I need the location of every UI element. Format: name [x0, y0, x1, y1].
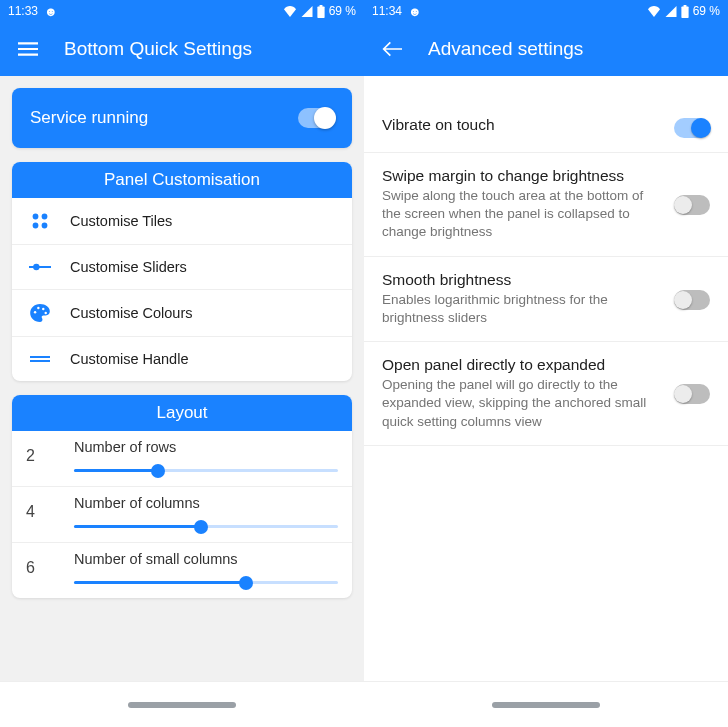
layout-section-header: Layout — [12, 395, 352, 431]
svg-point-2 — [33, 214, 39, 220]
tiles-icon — [26, 212, 54, 230]
page-title: Advanced settings — [428, 38, 583, 60]
columns-slider[interactable] — [74, 525, 338, 528]
battery-icon — [681, 5, 689, 18]
open-expanded-item[interactable]: Open panel directly to expanded Opening … — [364, 342, 728, 446]
svg-point-8 — [34, 311, 36, 313]
svg-point-3 — [42, 214, 48, 220]
status-bar: 11:33 ☻ 69 % — [0, 0, 364, 22]
columns-value: 4 — [26, 503, 56, 521]
wifi-icon — [283, 6, 297, 17]
smooth-brightness-toggle[interactable] — [674, 290, 710, 310]
open-expanded-toggle[interactable] — [674, 384, 710, 404]
list-item-label: Customise Handle — [70, 351, 188, 367]
customise-handle-item[interactable]: Customise Handle — [12, 337, 352, 381]
list-item-label: Customise Sliders — [70, 259, 187, 275]
swipe-brightness-item[interactable]: Swipe margin to change brightness Swipe … — [364, 153, 728, 257]
signal-icon — [665, 6, 677, 17]
small-columns-value: 6 — [26, 559, 56, 577]
setting-title: Open panel directly to expanded — [382, 356, 660, 374]
customise-tiles-item[interactable]: Customise Tiles — [12, 198, 352, 245]
rows-slider[interactable] — [74, 469, 338, 472]
phone-right: 11:34 ☻ 69 % Advanced settings Vibrate o… — [364, 0, 728, 727]
back-arrow-icon[interactable] — [380, 37, 404, 61]
setting-subtitle: Enables logarithmic brightness for the b… — [382, 291, 660, 327]
svg-rect-15 — [683, 5, 686, 7]
handle-icon — [26, 354, 54, 364]
rows-value: 2 — [26, 447, 56, 465]
panel-card: Panel Customisation Customise Tiles Cust… — [12, 162, 352, 381]
app-bar: Advanced settings — [364, 22, 728, 76]
home-indicator[interactable] — [492, 702, 600, 708]
svg-point-10 — [42, 308, 44, 310]
smooth-brightness-item[interactable]: Smooth brightness Enables logarithmic br… — [364, 257, 728, 342]
battery-icon — [317, 5, 325, 18]
columns-label: Number of columns — [74, 495, 338, 511]
customise-colours-item[interactable]: Customise Colours — [12, 290, 352, 337]
battery-pct: 69 % — [329, 4, 356, 18]
phone-left: 11:33 ☻ 69 % Bottom Quick Settings Servi… — [0, 0, 364, 727]
hamburger-icon[interactable] — [16, 37, 40, 61]
rows-setting[interactable]: 2 Number of rows — [12, 431, 352, 487]
svg-point-7 — [33, 264, 39, 270]
rows-label: Number of rows — [74, 439, 338, 455]
small-columns-slider[interactable] — [74, 581, 338, 584]
notification-icon: ☻ — [408, 4, 422, 19]
settings-list: Vibrate on touch Swipe margin to change … — [364, 76, 728, 681]
vibrate-on-touch-item[interactable]: Vibrate on touch — [364, 102, 728, 153]
swipe-brightness-toggle[interactable] — [674, 195, 710, 215]
svg-point-9 — [37, 307, 39, 309]
status-bar: 11:34 ☻ 69 % — [364, 0, 728, 22]
list-item-label: Customise Colours — [70, 305, 193, 321]
svg-rect-1 — [319, 5, 322, 7]
vibrate-toggle[interactable] — [674, 118, 710, 138]
setting-subtitle: Opening the panel will go directly to th… — [382, 376, 660, 431]
columns-setting[interactable]: 4 Number of columns — [12, 487, 352, 543]
service-card[interactable]: Service running — [12, 88, 352, 148]
svg-point-11 — [45, 312, 47, 314]
setting-title: Vibrate on touch — [382, 116, 660, 134]
signal-icon — [301, 6, 313, 17]
service-label: Service running — [30, 108, 148, 128]
wifi-icon — [647, 6, 661, 17]
panel-section-header: Panel Customisation — [12, 162, 352, 198]
layout-card: Layout 2 Number of rows 4 Number of colu… — [12, 395, 352, 598]
svg-point-4 — [33, 223, 39, 229]
nav-bar — [0, 681, 364, 727]
setting-title: Swipe margin to change brightness — [382, 167, 660, 185]
small-columns-label: Number of small columns — [74, 551, 338, 567]
list-item-label: Customise Tiles — [70, 213, 172, 229]
small-columns-setting[interactable]: 6 Number of small columns — [12, 543, 352, 598]
service-toggle[interactable] — [298, 108, 334, 128]
svg-point-5 — [42, 223, 48, 229]
customise-sliders-item[interactable]: Customise Sliders — [12, 245, 352, 290]
notification-icon: ☻ — [44, 4, 58, 19]
home-indicator[interactable] — [128, 702, 236, 708]
app-bar: Bottom Quick Settings — [0, 22, 364, 76]
palette-icon — [26, 304, 54, 322]
page-title: Bottom Quick Settings — [64, 38, 252, 60]
clock: 11:33 — [8, 4, 38, 18]
svg-rect-14 — [681, 6, 688, 18]
sliders-icon — [26, 263, 54, 271]
nav-bar — [364, 681, 728, 727]
clock: 11:34 — [372, 4, 402, 18]
battery-pct: 69 % — [693, 4, 720, 18]
svg-rect-0 — [317, 6, 324, 18]
setting-title: Smooth brightness — [382, 271, 660, 289]
setting-subtitle: Swipe along the touch area at the bottom… — [382, 187, 660, 242]
